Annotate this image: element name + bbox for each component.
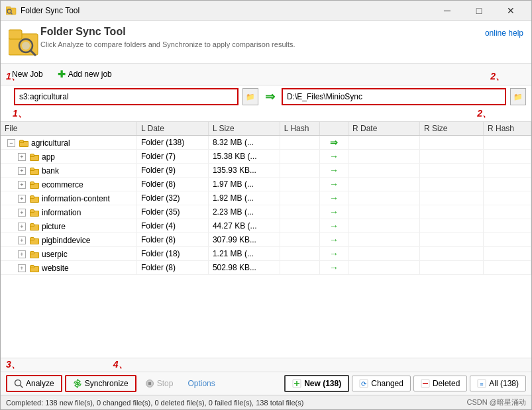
path-area: 1、 2、 📁 ⇒ 📁 [1, 85, 531, 108]
synchronize-button[interactable]: Synchronize [65, 375, 136, 392]
table-row: + app Folder (7)15.38 KB (...→ [1, 150, 531, 164]
expand-button[interactable]: + [18, 167, 26, 175]
table-row: + information-content Folder (32)1.92 MB… [1, 191, 531, 205]
expand-button[interactable]: + [18, 153, 26, 161]
cell-file: + picture [1, 219, 136, 233]
cell-arrow: → [319, 205, 348, 219]
cell-file: + ecommerce [1, 178, 136, 191]
svg-text:⟳: ⟳ [361, 380, 367, 387]
col-rhash: R Hash [483, 122, 531, 136]
sync-arrow-icon: → [329, 248, 339, 259]
cell-lsize: 8.32 MB (... [208, 136, 280, 150]
cell-rsize [420, 205, 484, 219]
online-help-link[interactable]: online help [485, 28, 523, 38]
cell-ldate: Folder (8) [136, 261, 208, 275]
stop-button[interactable]: Stop [139, 376, 180, 391]
filter-deleted-icon [421, 379, 430, 388]
analyze-icon [14, 379, 23, 388]
add-new-job-button[interactable]: ✚ Add new job [52, 66, 118, 82]
titlebar-left: Folder Sync Tool [6, 5, 80, 16]
cell-ldate: Folder (9) [136, 164, 208, 178]
cell-arrow: → [319, 164, 348, 178]
cell-rsize [420, 150, 484, 164]
toolbar: New Job ✚ Add new job [1, 64, 531, 85]
expand-button[interactable]: + [18, 250, 26, 258]
titlebar-controls[interactable]: ─ □ ✕ [432, 1, 526, 21]
header-text: Folder Sync Tool Click Analyze to compar… [40, 26, 295, 48]
analyze-button[interactable]: Analyze [6, 375, 62, 392]
cell-rdate [348, 191, 420, 205]
cell-ldate: Folder (18) [136, 247, 208, 261]
synchronize-icon [73, 379, 82, 388]
svg-point-7 [22, 42, 30, 50]
cell-rhash [483, 191, 531, 205]
svg-text:≡: ≡ [480, 381, 484, 387]
cell-rdate [348, 233, 420, 247]
expand-button[interactable]: + [18, 195, 26, 203]
cell-rdate [348, 178, 420, 191]
window-title: Folder Sync Tool [21, 6, 80, 15]
cell-file: + bank [1, 164, 136, 178]
step1-label: 1、 [6, 71, 21, 83]
col-lsize: L Size [208, 122, 280, 136]
expand-button[interactable]: + [18, 181, 26, 189]
file-name: app [42, 152, 55, 162]
file-name: bank [42, 166, 59, 176]
filter-all-button[interactable]: ≡ All (138) [470, 376, 526, 391]
step4-num: 4、 [113, 359, 128, 371]
filter-new-button[interactable]: New (138) [284, 375, 349, 392]
app-title: Folder Sync Tool [40, 26, 295, 38]
options-button[interactable]: Options [182, 376, 221, 391]
maximize-button[interactable]: □ [464, 1, 494, 21]
expand-button[interactable]: + [18, 264, 26, 272]
options-label: Options [187, 379, 215, 388]
expand-button[interactable]: + [18, 209, 26, 217]
table-row: + bank Folder (9)135.93 KB...→ [1, 164, 531, 178]
cell-rhash [483, 136, 531, 150]
col-file: File [1, 122, 136, 136]
file-name: picture [42, 222, 66, 231]
titlebar: Folder Sync Tool ─ □ ✕ [1, 1, 531, 21]
table-row: + website Folder (8)502.98 KB...→ [1, 261, 531, 275]
table-row: + userpic Folder (18)1.21 MB (...→ [1, 247, 531, 261]
sync-arrow-icon: → [329, 193, 339, 203]
filter-deleted-button[interactable]: Deleted [413, 376, 467, 391]
right-browse-button[interactable]: 📁 [510, 88, 526, 105]
cell-rdate [348, 164, 420, 178]
svg-rect-5 [9, 30, 22, 39]
cell-arrow: → [319, 178, 348, 191]
expand-button[interactable]: − [7, 139, 15, 147]
left-browse-button[interactable]: 📁 [242, 88, 258, 105]
cell-rsize [420, 136, 484, 150]
sync-arrow-icon: → [329, 262, 339, 273]
filter-changed-button[interactable]: ⟳ Changed [352, 376, 411, 391]
expand-button[interactable]: + [18, 236, 26, 244]
cell-ldate: Folder (35) [136, 205, 208, 219]
cell-file: + website [1, 261, 136, 275]
cell-file: + information-content [1, 191, 136, 205]
expand-button[interactable]: + [18, 223, 26, 231]
cell-lsize: 1.92 MB (... [208, 191, 280, 205]
cell-file: + information [1, 205, 136, 219]
right-path-input[interactable] [282, 88, 506, 105]
step2-label: 2、 [490, 71, 505, 83]
cell-rhash [483, 164, 531, 178]
cell-rdate [348, 136, 420, 150]
minimize-button[interactable]: ─ [432, 1, 462, 21]
cell-lhash [280, 233, 319, 247]
sync-arrow-icon: → [329, 221, 339, 231]
left-path-input[interactable] [14, 88, 239, 105]
step2-num: 2、 [477, 108, 492, 120]
cell-rhash [483, 205, 531, 219]
cell-lhash [280, 191, 319, 205]
cell-lhash [280, 205, 319, 219]
cell-lsize: 502.98 KB... [208, 261, 280, 275]
filter-changed-label: Changed [371, 379, 403, 388]
table-row: + information Folder (35)2.23 MB (...→ [1, 205, 531, 219]
cell-file: + pigbinddevice [1, 233, 136, 247]
file-list-container: File L Date L Size L Hash R Date R Size … [1, 121, 531, 358]
cell-ldate: Folder (7) [136, 150, 208, 164]
table-row: − agricultural Folder (138)8.32 MB (...⇒ [1, 136, 531, 150]
close-button[interactable]: ✕ [496, 1, 526, 21]
cell-rhash [483, 219, 531, 233]
